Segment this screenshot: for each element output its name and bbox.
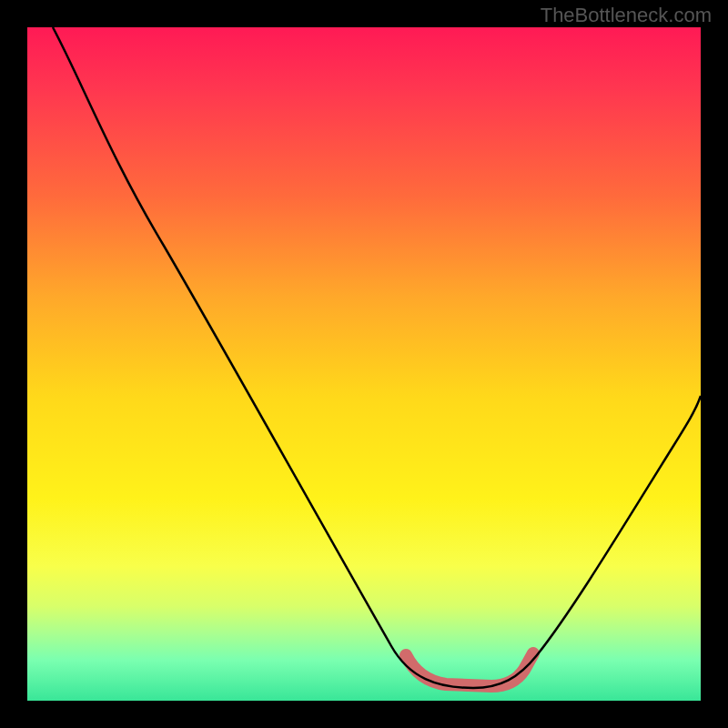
optimal-range-highlight [406,653,533,686]
plot-area [27,27,701,701]
curve-svg [27,27,701,701]
chart-frame: TheBottleneck.com [0,0,728,728]
watermark-text: TheBottleneck.com [541,4,712,27]
bottleneck-curve-line [53,27,701,688]
